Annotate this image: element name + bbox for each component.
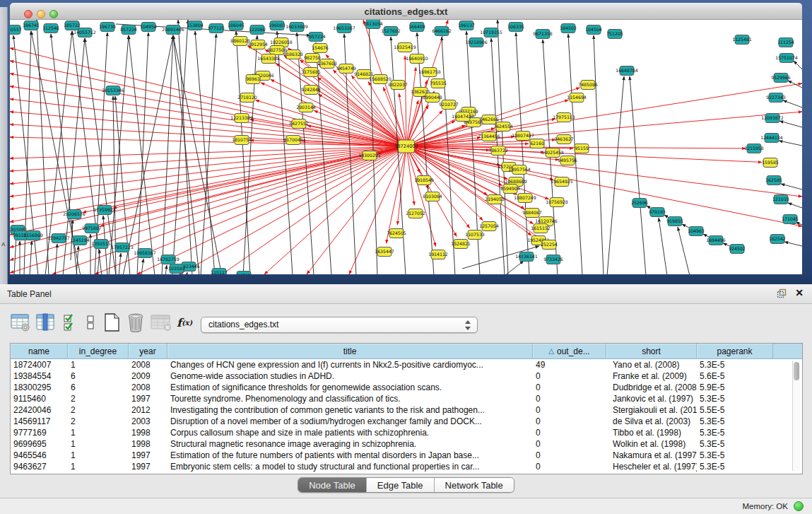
- column-settings-icon[interactable]: [10, 311, 31, 334]
- graph-node[interactable]: 159585: [762, 158, 779, 168]
- graph-node[interactable]: 7462666: [479, 115, 499, 124]
- graph-node[interactable]: 154676: [312, 44, 329, 53]
- graph-node[interactable]: 8594904: [500, 185, 520, 194]
- graph-node[interactable]: 153804: [187, 21, 204, 30]
- graph-edge[interactable]: [180, 146, 406, 274]
- graph-node[interactable]: 104963: [688, 227, 705, 236]
- table-row[interactable]: 1938455462009Genome-wide association stu…: [11, 370, 791, 382]
- graph-node[interactable]: 121033: [772, 195, 789, 204]
- graph-node[interactable]: 19654925: [551, 177, 573, 187]
- graph-edge[interactable]: [76, 246, 78, 274]
- graph-node[interactable]: 104504: [585, 25, 602, 35]
- graph-edge[interactable]: [779, 141, 802, 146]
- graph-node[interactable]: 8990448: [423, 93, 442, 103]
- graph-node[interactable]: 9975887: [82, 224, 102, 233]
- graph-node[interactable]: 16961758: [418, 68, 441, 77]
- graph-node[interactable]: 9227343: [766, 93, 786, 103]
- float-panel-icon[interactable]: [777, 288, 787, 301]
- graph-edge[interactable]: [794, 61, 802, 69]
- graph-node[interactable]: 1107533: [465, 230, 485, 240]
- graph-edge[interactable]: [100, 146, 406, 226]
- graph-node[interactable]: 20206576: [63, 210, 86, 219]
- graph-node[interactable]: 8215958: [744, 144, 764, 153]
- table-row[interactable]: 946362711997Embryonic stem cells: a mode…: [11, 461, 791, 472]
- graph-node[interactable]: 1257054: [479, 222, 499, 231]
- graph-node[interactable]: 111254: [777, 38, 794, 47]
- graph-node[interactable]: 18325419: [394, 43, 416, 52]
- column-header-in_degree[interactable]: in_degree: [68, 344, 129, 358]
- graph-node[interactable]: 1918549: [414, 176, 434, 185]
- graph-node[interactable]: 19218906: [465, 38, 488, 47]
- graph-node[interactable]: 9529966: [771, 74, 791, 83]
- graph-node[interactable]: 16543382: [257, 54, 280, 64]
- graph-node[interactable]: 186741: [23, 21, 40, 30]
- graph-node[interactable]: 857224: [120, 25, 137, 35]
- graph-edge[interactable]: [30, 241, 32, 274]
- close-panel-icon[interactable]: ✕: [795, 287, 804, 298]
- graph-node[interactable]: 9884067: [522, 209, 542, 218]
- graph-node[interactable]: 196083: [269, 21, 286, 30]
- delete-icon[interactable]: [126, 311, 146, 334]
- graph-node[interactable]: 8860128: [230, 37, 250, 46]
- graph-node[interactable]: 9463627: [554, 135, 574, 144]
- graph-edge[interactable]: [784, 242, 802, 246]
- graph-node[interactable]: 8103064: [423, 192, 442, 201]
- graph-node[interactable]: 162585: [765, 176, 782, 185]
- graph-edge[interactable]: [137, 33, 148, 274]
- graph-node[interactable]: 8186328: [283, 50, 303, 59]
- graph-node[interactable]: 122060: [249, 25, 266, 35]
- graph-node[interactable]: 16033809: [286, 23, 308, 32]
- graph-node[interactable]: 10653287: [333, 24, 355, 33]
- graph-node[interactable]: 94501: [237, 271, 251, 275]
- graph-edge[interactable]: [406, 67, 416, 146]
- graph-edge[interactable]: [10, 137, 406, 146]
- graph-node[interactable]: 14136141: [515, 252, 538, 262]
- graph-node[interactable]: 112548: [42, 24, 59, 33]
- column-header-out_de[interactable]: △out_de...: [533, 344, 606, 358]
- graph-node[interactable]: 1527602: [381, 27, 401, 36]
- graph-node[interactable]: 8427552: [289, 119, 309, 129]
- select-all-icon[interactable]: [62, 311, 79, 334]
- graph-edge[interactable]: [201, 34, 216, 274]
- graph-node[interactable]: 1156869: [23, 231, 43, 240]
- graph-node[interactable]: 1635447: [375, 247, 394, 257]
- graph-edge[interactable]: [788, 203, 802, 208]
- graph-edge[interactable]: [10, 99, 406, 146]
- graph-node[interactable]: 2718120: [237, 93, 257, 103]
- graph-node[interactable]: 924502: [729, 245, 746, 254]
- column-header-name[interactable]: name: [11, 344, 68, 358]
- graph-node[interactable]: 919855: [666, 217, 683, 226]
- new-table-icon[interactable]: [102, 311, 122, 334]
- table-source-select[interactable]: citations_edges.txt: [201, 317, 478, 333]
- graph-node[interactable]: 115117: [211, 269, 228, 275]
- tab-network-table[interactable]: Network Table: [434, 478, 514, 492]
- graph-node[interactable]: 795535: [430, 79, 447, 88]
- graph-node[interactable]: 1154694: [567, 93, 587, 103]
- table-row[interactable]: 1830029562008Estimation of significance …: [11, 382, 791, 393]
- table-row[interactable]: 946554611997Estimation of the future num…: [11, 450, 791, 461]
- column-header-short[interactable]: short: [606, 344, 697, 358]
- graph-node[interactable]: 8822037: [388, 81, 408, 90]
- graph-node[interactable]: 12213389: [230, 114, 253, 123]
- network-view-canvas[interactable]: 1405571867411125481857221405571219673085…: [10, 20, 802, 274]
- graph-node[interactable]: 7857224: [306, 33, 326, 42]
- graph-node[interactable]: 9210727: [439, 100, 459, 110]
- graph-node[interactable]: 2194053: [485, 195, 505, 204]
- graph-edge[interactable]: [98, 250, 100, 274]
- graph-node[interactable]: 3624554: [493, 122, 513, 132]
- table-scrollbar[interactable]: [792, 361, 800, 471]
- graph-node[interactable]: 6466162: [432, 27, 452, 36]
- graph-node[interactable]: 18957564: [508, 165, 531, 175]
- graph-node[interactable]: 186045: [228, 21, 245, 30]
- graph-node[interactable]: 2367608: [317, 59, 337, 69]
- graph-edge[interactable]: [14, 235, 16, 274]
- graph-edge[interactable]: [162, 35, 173, 274]
- graph-node[interactable]: 879193: [649, 208, 666, 217]
- graph-node[interactable]: 18640910: [406, 54, 428, 64]
- graph-edge[interactable]: [788, 81, 802, 88]
- graph-node[interactable]: 14055712: [73, 28, 96, 37]
- graph-node[interactable]: 1694496: [706, 236, 726, 245]
- graph-node[interactable]: 8454749: [336, 64, 356, 74]
- graph-node[interactable]: 1350515: [91, 240, 111, 249]
- table-row[interactable]: 2242004622012Investigating the contribut…: [11, 404, 791, 416]
